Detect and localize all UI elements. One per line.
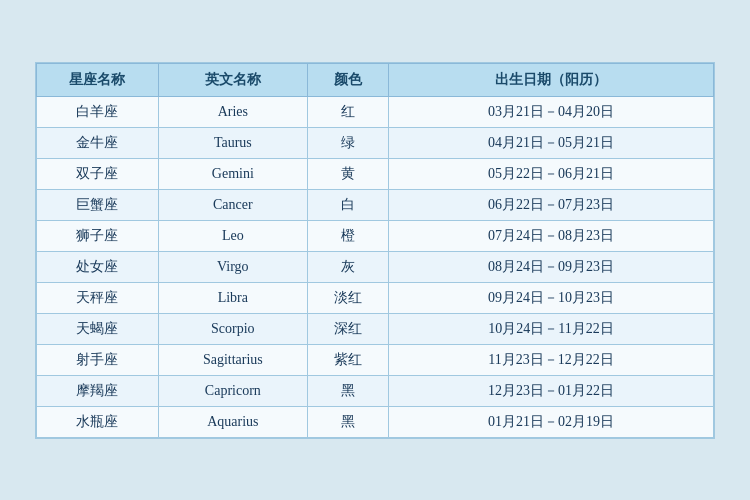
cell-date: 03月21日－04月20日 [389, 96, 714, 127]
cell-english: Virgo [158, 251, 307, 282]
cell-english: Capricorn [158, 375, 307, 406]
header-english: 英文名称 [158, 63, 307, 96]
cell-english: Cancer [158, 189, 307, 220]
header-date: 出生日期（阳历） [389, 63, 714, 96]
cell-color: 紫红 [307, 344, 388, 375]
cell-english: Gemini [158, 158, 307, 189]
cell-date: 04月21日－05月21日 [389, 127, 714, 158]
cell-color: 橙 [307, 220, 388, 251]
cell-chinese: 金牛座 [37, 127, 159, 158]
zodiac-table: 星座名称 英文名称 颜色 出生日期（阳历） 白羊座Aries红03月21日－04… [36, 63, 714, 438]
cell-chinese: 双子座 [37, 158, 159, 189]
cell-color: 深红 [307, 313, 388, 344]
cell-date: 12月23日－01月22日 [389, 375, 714, 406]
cell-english: Sagittarius [158, 344, 307, 375]
cell-chinese: 射手座 [37, 344, 159, 375]
cell-english: Taurus [158, 127, 307, 158]
cell-chinese: 天蝎座 [37, 313, 159, 344]
cell-color: 黄 [307, 158, 388, 189]
cell-date: 07月24日－08月23日 [389, 220, 714, 251]
cell-english: Aquarius [158, 406, 307, 437]
cell-color: 红 [307, 96, 388, 127]
cell-color: 白 [307, 189, 388, 220]
cell-english: Libra [158, 282, 307, 313]
cell-chinese: 水瓶座 [37, 406, 159, 437]
table-row: 射手座Sagittarius紫红11月23日－12月22日 [37, 344, 714, 375]
cell-chinese: 天秤座 [37, 282, 159, 313]
cell-chinese: 摩羯座 [37, 375, 159, 406]
cell-english: Leo [158, 220, 307, 251]
cell-color: 灰 [307, 251, 388, 282]
table-row: 巨蟹座Cancer白06月22日－07月23日 [37, 189, 714, 220]
cell-color: 黑 [307, 406, 388, 437]
cell-date: 09月24日－10月23日 [389, 282, 714, 313]
zodiac-table-container: 星座名称 英文名称 颜色 出生日期（阳历） 白羊座Aries红03月21日－04… [35, 62, 715, 439]
header-color: 颜色 [307, 63, 388, 96]
cell-chinese: 巨蟹座 [37, 189, 159, 220]
cell-date: 06月22日－07月23日 [389, 189, 714, 220]
table-row: 金牛座Taurus绿04月21日－05月21日 [37, 127, 714, 158]
cell-date: 11月23日－12月22日 [389, 344, 714, 375]
cell-chinese: 处女座 [37, 251, 159, 282]
cell-date: 08月24日－09月23日 [389, 251, 714, 282]
table-row: 处女座Virgo灰08月24日－09月23日 [37, 251, 714, 282]
table-row: 水瓶座Aquarius黑01月21日－02月19日 [37, 406, 714, 437]
table-row: 摩羯座Capricorn黑12月23日－01月22日 [37, 375, 714, 406]
table-row: 天蝎座Scorpio深红10月24日－11月22日 [37, 313, 714, 344]
cell-color: 淡红 [307, 282, 388, 313]
cell-color: 黑 [307, 375, 388, 406]
cell-chinese: 白羊座 [37, 96, 159, 127]
cell-english: Aries [158, 96, 307, 127]
table-header-row: 星座名称 英文名称 颜色 出生日期（阳历） [37, 63, 714, 96]
header-chinese: 星座名称 [37, 63, 159, 96]
table-row: 双子座Gemini黄05月22日－06月21日 [37, 158, 714, 189]
table-row: 狮子座Leo橙07月24日－08月23日 [37, 220, 714, 251]
cell-chinese: 狮子座 [37, 220, 159, 251]
table-row: 白羊座Aries红03月21日－04月20日 [37, 96, 714, 127]
cell-color: 绿 [307, 127, 388, 158]
cell-english: Scorpio [158, 313, 307, 344]
cell-date: 10月24日－11月22日 [389, 313, 714, 344]
cell-date: 01月21日－02月19日 [389, 406, 714, 437]
cell-date: 05月22日－06月21日 [389, 158, 714, 189]
table-row: 天秤座Libra淡红09月24日－10月23日 [37, 282, 714, 313]
